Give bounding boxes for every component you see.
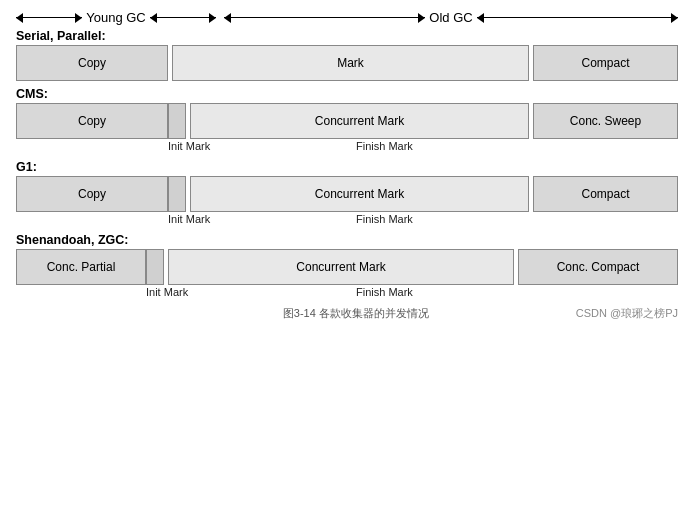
old-arrow-line (224, 17, 425, 18)
serial-mark-box: Mark (172, 45, 529, 81)
cms-concurrent-mark-box: Concurrent Mark (190, 103, 529, 139)
shenandoah-marks: Init Mark Finish Mark (16, 286, 678, 300)
g1-marks: Init Mark Finish Mark (16, 213, 678, 227)
g1-concurrent-mark-box: Concurrent Mark (190, 176, 529, 212)
serial-section: Serial, Parallel: Copy Mark Compact (16, 29, 678, 81)
g1-finish-mark: Finish Mark (356, 213, 413, 225)
main-container: Young GC Old GC Serial, Parallel: Copy M… (0, 0, 694, 520)
g1-label: G1: (16, 160, 678, 174)
serial-label: Serial, Parallel: (16, 29, 678, 43)
cms-narrow-box (168, 103, 186, 139)
g1-section: G1: Copy Concurrent Mark Compact Init Ma… (16, 160, 678, 227)
cms-init-mark: Init Mark (168, 140, 210, 152)
shenandoah-section: Shenandoah, ZGC: Conc. Partial Concurren… (16, 233, 678, 300)
footer-caption: 图3-14 各款收集器的并发情况 (136, 306, 576, 321)
g1-copy-box: Copy (16, 176, 168, 212)
shenandoah-concurrent-mark-box: Concurrent Mark (168, 249, 514, 285)
shenandoah-compact-box: Conc. Compact (518, 249, 678, 285)
g1-compact-box: Compact (533, 176, 678, 212)
cms-section: CMS: Copy Concurrent Mark Conc. Sweep In… (16, 87, 678, 154)
serial-compact-box: Compact (533, 45, 678, 81)
shenandoah-init-mark: Init Mark (146, 286, 188, 298)
young-arrow-line2 (150, 17, 216, 18)
cms-row: Copy Concurrent Mark Conc. Sweep (16, 103, 678, 139)
cms-finish-mark: Finish Mark (356, 140, 413, 152)
cms-label: CMS: (16, 87, 678, 101)
young-gc-label: Young GC (86, 10, 146, 25)
g1-narrow-box (168, 176, 186, 212)
footer-watermark: CSDN @琅琊之榜PJ (576, 306, 678, 321)
g1-init-mark: Init Mark (168, 213, 210, 225)
old-arrow-line2 (477, 17, 678, 18)
g1-row: Copy Concurrent Mark Compact (16, 176, 678, 212)
serial-copy-box: Copy (16, 45, 168, 81)
shenandoah-partial-box: Conc. Partial (16, 249, 146, 285)
shenandoah-label: Shenandoah, ZGC: (16, 233, 678, 247)
shenandoah-narrow-box (146, 249, 164, 285)
old-gc-arrow: Old GC (224, 10, 678, 25)
footer: 图3-14 各款收集器的并发情况 CSDN @琅琊之榜PJ (16, 306, 678, 321)
old-gc-label: Old GC (429, 10, 472, 25)
young-gc-arrow: Young GC (16, 10, 216, 25)
shenandoah-row: Conc. Partial Concurrent Mark Conc. Comp… (16, 249, 678, 285)
young-arrow-line (16, 17, 82, 18)
cms-marks: Init Mark Finish Mark (16, 140, 678, 154)
serial-row: Copy Mark Compact (16, 45, 678, 81)
shenandoah-finish-mark: Finish Mark (356, 286, 413, 298)
cms-copy-box: Copy (16, 103, 168, 139)
arrow-row: Young GC Old GC (16, 10, 678, 25)
cms-sweep-box: Conc. Sweep (533, 103, 678, 139)
